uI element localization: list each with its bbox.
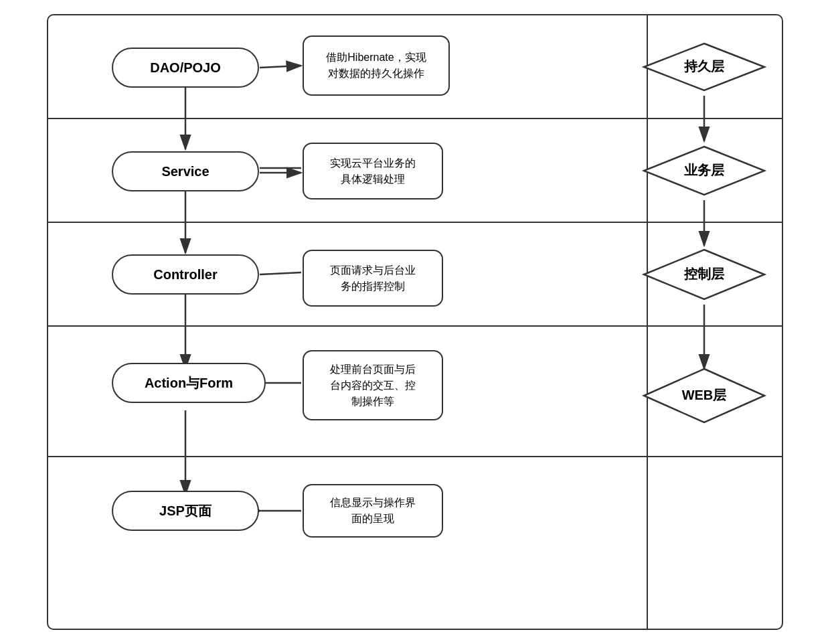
node-jsp: JSP页面 [112,491,259,531]
annotation-action: 处理前台页面与后 台内容的交互、控 制操作等 [303,350,443,420]
node-action-form: Action与Form [112,363,266,403]
band-web-jsp [48,457,782,631]
annotation-service: 实现云平台业务的 具体逻辑处理 [303,143,443,199]
annotation-jsp: 信息显示与操作界 面的呈现 [303,484,443,538]
node-service: Service [112,151,259,191]
annotation-dao: 借助Hibernate，实现 对数据的持久化操作 [303,35,450,96]
annotation-controller: 页面请求与后台业 务的指挥控制 [303,250,443,307]
vertical-divider [647,15,648,629]
diagram-container: 持久层 业务层 控制层 WEB层 DAO/POJO Service Contro… [47,14,783,630]
node-controller: Controller [112,254,259,295]
node-dao-pojo: DAO/POJO [112,48,259,88]
